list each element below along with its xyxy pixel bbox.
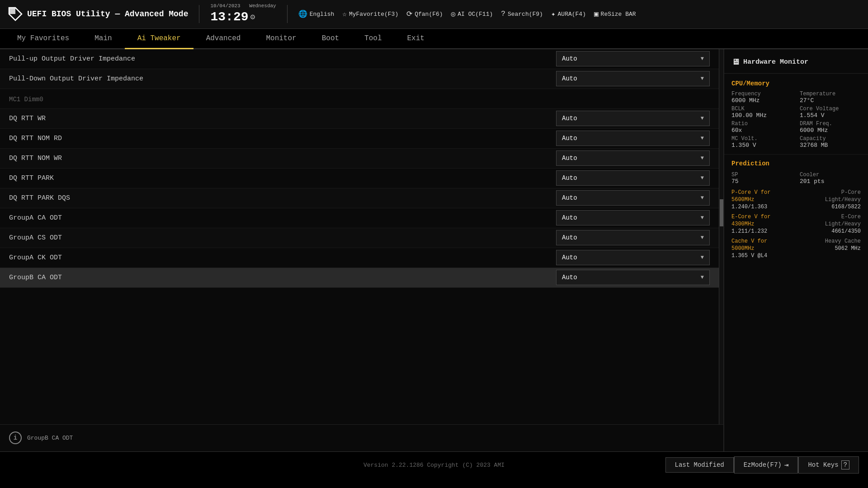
nav-exit[interactable]: Exit	[394, 29, 437, 49]
hw-label-temperature: Temperature 27°C	[800, 91, 861, 104]
nav-tool[interactable]: Tool	[352, 29, 394, 49]
chevron-down-icon: ▼	[701, 115, 704, 122]
dropdown-dq-rtt-nom-wr-value: Auto	[562, 155, 577, 162]
row-label-groupb-ca-odt: GroupB CA ODT	[9, 274, 556, 282]
hot-keys-button[interactable]: Hot Keys ?	[798, 456, 859, 474]
pred-ecore-vals-row: 1.211/1.232 4661/4350	[731, 228, 861, 235]
settings-gear-icon[interactable]: ⚙	[250, 12, 255, 23]
nav-monitor[interactable]: Monitor	[253, 29, 309, 49]
date: 10/04/2023	[210, 3, 240, 9]
row-control-dq-rtt-park[interactable]: Auto ▼	[556, 170, 710, 186]
nav-ai-tweaker[interactable]: Ai Tweaker	[125, 29, 193, 49]
info-icon: i	[9, 432, 22, 444]
hw-label-frequency: Frequency 6000 MHz	[731, 91, 793, 104]
hw-label-capacity: Capacity 32768 MB	[800, 136, 861, 149]
toolbar-english[interactable]: 🌐 English	[298, 9, 335, 19]
row-control-groupa-ck-odt[interactable]: Auto ▼	[556, 250, 710, 265]
nav-my-favorites[interactable]: My Favorites	[5, 29, 82, 49]
dropdown-pulldown-value: Auto	[562, 75, 577, 82]
hw-label-ratio: Ratio 60x	[731, 121, 793, 134]
dropdown-pullup[interactable]: Auto ▼	[556, 51, 710, 66]
row-control-groupa-ca-odt[interactable]: Auto ▼	[556, 210, 710, 225]
chevron-down-icon: ▼	[701, 254, 704, 261]
globe-icon: 🌐	[298, 9, 307, 19]
hw-label-dram-freq: DRAM Freq. 6000 MHz	[800, 121, 861, 134]
dropdown-groupb-ca-odt[interactable]: Auto ▼	[556, 270, 710, 285]
dropdown-groupa-cs-odt[interactable]: Auto ▼	[556, 230, 710, 245]
nav-advanced[interactable]: Advanced	[193, 29, 254, 49]
row-label-dq-rtt-park: DQ RTT PARK	[9, 174, 556, 182]
toolbar-aioc[interactable]: ◎ AI OC(F11)	[451, 9, 493, 19]
chevron-down-icon: ▼	[701, 195, 704, 201]
chevron-down-icon: ▼	[701, 175, 704, 181]
cpu-memory-title: CPU/Memory	[731, 80, 861, 87]
toolbar: 🌐 English ☆ MyFavorite(F3) ⟳ Qfan(F6) ◎ …	[298, 9, 861, 19]
pred-ecore-header-row: E-Core V for E-Core	[731, 214, 861, 220]
hw-label-bclk: BCLK 100.00 MHz	[731, 106, 793, 119]
table-row[interactable]: GroupB CA ODT Auto ▼	[0, 268, 719, 288]
row-control-pulldown[interactable]: Auto ▼	[556, 71, 710, 86]
pred-cache-freq-row: 5000MHz 5062 MHz	[731, 245, 861, 252]
table-row: DQ RTT PARK Auto ▼	[0, 169, 719, 188]
row-control-groupb-ca-odt[interactable]: Auto ▼	[556, 270, 710, 285]
dropdown-dq-rtt-nom-wr[interactable]: Auto ▼	[556, 150, 710, 166]
toolbar-resizebar[interactable]: ▣ ReSize BAR	[594, 9, 636, 19]
nav-boot[interactable]: Boot	[309, 29, 352, 49]
dropdown-groupb-ca-odt-value: Auto	[562, 274, 577, 281]
favorite-icon: ☆	[342, 9, 347, 19]
row-control-dq-rtt-park-dqs[interactable]: Auto ▼	[556, 190, 710, 206]
row-control-pullup[interactable]: Auto ▼	[556, 51, 710, 66]
asus-logo-icon	[7, 6, 24, 22]
footer: Version 2.22.1286 Copyright (C) 2023 AMI…	[0, 451, 868, 479]
toolbar-qfan[interactable]: ⟳ Qfan(F6)	[406, 9, 443, 19]
pred-cache-header-row: Cache V for Heavy Cache	[731, 238, 861, 244]
dropdown-groupa-cs-odt-value: Auto	[562, 234, 577, 241]
dropdown-pulldown[interactable]: Auto ▼	[556, 71, 710, 86]
dropdown-groupa-ck-odt[interactable]: Auto ▼	[556, 250, 710, 265]
dropdown-dq-rtt-wr[interactable]: Auto ▼	[556, 111, 710, 126]
scrollbar-thumb[interactable]	[720, 199, 723, 226]
row-control-dq-rtt-nom-rd[interactable]: Auto ▼	[556, 131, 710, 146]
day: Wednesday	[249, 3, 276, 9]
dropdown-dq-rtt-park-dqs[interactable]: Auto ▼	[556, 190, 710, 206]
pred-sp: SP 75	[731, 172, 793, 185]
footer-version: Version 2.22.1286 Copyright (C) 2023 AMI	[363, 462, 505, 469]
chevron-down-icon: ▼	[701, 56, 704, 62]
dropdown-groupa-ca-odt[interactable]: Auto ▼	[556, 210, 710, 225]
nav-main[interactable]: Main	[82, 29, 124, 49]
row-label-dq-rtt-park-dqs: DQ RTT PARK DQS	[9, 194, 556, 202]
row-label-dq-rtt-nom-wr: DQ RTT NOM WR	[9, 155, 556, 162]
resize-icon: ▣	[594, 9, 599, 19]
settings-content: Pull-up Output Driver Impedance Auto ▼ P…	[0, 49, 723, 424]
ezmode-button[interactable]: EzMode(F7) ⇥	[734, 456, 798, 474]
toolbar-aura[interactable]: ✦ AURA(F4)	[551, 9, 586, 19]
nav-bar: My Favorites Main Ai Tweaker Advanced Mo…	[0, 29, 868, 49]
settings-list: Pull-up Output Driver Impedance Auto ▼ P…	[0, 49, 719, 424]
row-control-dq-rtt-wr[interactable]: Auto ▼	[556, 111, 710, 126]
toolbar-qfan-label: Qfan(F6)	[415, 11, 443, 18]
pred-pcore-vals-row: 1.240/1.363 6168/5822	[731, 204, 861, 210]
toolbar-search-label: Search(F9)	[508, 11, 543, 18]
row-control-dq-rtt-nom-wr[interactable]: Auto ▼	[556, 150, 710, 166]
table-row: GroupA CS ODT Auto ▼	[0, 228, 719, 248]
pred-cache-label: Cache V for	[731, 238, 767, 244]
dropdown-dq-rtt-park[interactable]: Auto ▼	[556, 170, 710, 186]
content-wrapper: Pull-up Output Driver Impedance Auto ▼ P…	[0, 49, 723, 451]
dropdown-dq-rtt-nom-rd[interactable]: Auto ▼	[556, 131, 710, 146]
pred-pcore-label: P-Core V for	[731, 189, 770, 196]
chevron-down-icon: ▼	[701, 235, 704, 241]
svg-marker-2	[9, 8, 15, 14]
pred-cache-v-row: 1.365 V @L4	[731, 253, 861, 259]
chevron-down-icon: ▼	[701, 135, 704, 141]
search-question-icon: ?	[501, 10, 505, 18]
pred-cache-freq: 5000MHz	[731, 245, 754, 252]
toolbar-myfavorite[interactable]: ☆ MyFavorite(F3)	[342, 9, 398, 19]
row-control-groupa-cs-odt[interactable]: Auto ▼	[556, 230, 710, 245]
monitor-icon: 🖥	[731, 57, 740, 67]
pred-cooler: Cooler 201 pts	[800, 172, 861, 185]
scrollbar-track[interactable]	[719, 49, 723, 424]
pred-ecore-block: E-Core V for E-Core 4300MHz Light/Heavy …	[731, 214, 861, 235]
toolbar-search[interactable]: ? Search(F9)	[501, 10, 543, 18]
table-row: GroupA CA ODT Auto ▼	[0, 208, 719, 228]
last-modified-button[interactable]: Last Modified	[665, 457, 734, 473]
